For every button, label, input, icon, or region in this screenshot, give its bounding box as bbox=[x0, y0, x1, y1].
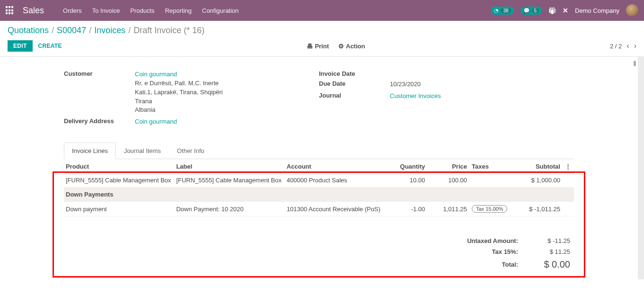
form-right: Invoice Date Due Date 10/23/2020 Journal… bbox=[319, 70, 574, 129]
cell-product: [FURN_5555] Cable Management Box bbox=[64, 173, 174, 188]
cell-account: 101300 Account Receivable (PoS) bbox=[285, 202, 386, 216]
gift-icon[interactable] bbox=[548, 7, 556, 14]
tax-value: $ 11.25 bbox=[528, 248, 570, 255]
total-label: Total: bbox=[502, 261, 518, 268]
th-quantity[interactable]: Quantity bbox=[386, 159, 428, 173]
delivery-label: Delivery Address bbox=[64, 117, 135, 126]
form-sheet: Customer Coin gourmand Rr. e Durrësit, P… bbox=[53, 57, 585, 279]
bc-current: Draft Invoice (* 16) bbox=[133, 26, 204, 36]
bc-sep: / bbox=[89, 26, 91, 36]
nav-configuration[interactable]: Configuration bbox=[202, 7, 238, 14]
totals: Untaxed Amount: $ -11.25 Tax 15%: $ 11.2… bbox=[64, 235, 574, 272]
gear-icon bbox=[338, 43, 344, 50]
cell-price: 100.00 bbox=[428, 173, 470, 188]
company-name[interactable]: Demo Company bbox=[575, 7, 619, 14]
nav-reporting[interactable]: Reporting bbox=[165, 7, 192, 14]
form-columns: Customer Coin gourmand Rr. e Durrësit, P… bbox=[53, 70, 585, 129]
customer-link[interactable]: Coin gourmand bbox=[135, 71, 177, 78]
control-bar: Quotations / S00047 / Invoices / Draft I… bbox=[0, 21, 644, 36]
app-brand[interactable]: Sales bbox=[23, 6, 44, 16]
timer-badge: 38 bbox=[501, 8, 511, 13]
bc-invoices[interactable]: Invoices bbox=[94, 26, 125, 36]
cell-label: Down Payment: 10 2020 bbox=[174, 202, 284, 216]
breadcrumb: Quotations / S00047 / Invoices / Draft I… bbox=[8, 26, 636, 36]
tax-chip: Tax 15.00% bbox=[472, 205, 507, 213]
print-button[interactable]: Print bbox=[307, 43, 329, 50]
bc-order[interactable]: S00047 bbox=[57, 26, 86, 36]
sheet-wrap: Customer Coin gourmand Rr. e Durrësit, P… bbox=[0, 57, 644, 279]
table-wrap: Product Label Account Quantity Price Tax… bbox=[64, 159, 574, 272]
section-label: Down Payments bbox=[64, 188, 574, 202]
nav-links: Orders To Invoice Products Reporting Con… bbox=[63, 7, 238, 14]
th-account[interactable]: Account bbox=[285, 159, 386, 173]
th-subtotal[interactable]: Subtotal bbox=[516, 159, 563, 173]
create-button[interactable]: CREATE bbox=[38, 43, 62, 49]
th-product[interactable]: Product bbox=[64, 159, 174, 173]
bc-sep: / bbox=[128, 26, 131, 36]
duedate-label: Due Date bbox=[319, 80, 390, 89]
timer-pill[interactable]: 38 bbox=[491, 7, 513, 15]
nav-right: 38 5 Demo Company bbox=[491, 4, 638, 17]
tab-journal-items[interactable]: Journal Items bbox=[116, 143, 169, 159]
cell-account: 400000 Product Sales bbox=[285, 173, 386, 188]
row-spacer bbox=[563, 173, 574, 188]
th-price[interactable]: Price bbox=[428, 159, 470, 173]
cell-quantity: -1.00 bbox=[386, 202, 428, 216]
edit-button[interactable]: EDIT bbox=[8, 40, 33, 52]
cell-subtotal: $ -1,011.25 bbox=[516, 202, 563, 216]
cell-subtotal: $ 1,000.00 bbox=[516, 173, 563, 188]
action-label: Action bbox=[346, 43, 365, 50]
nav-to-invoice[interactable]: To Invoice bbox=[92, 7, 120, 14]
pager-text: 2 / 2 bbox=[610, 43, 622, 50]
untaxed-label: Untaxed Amount: bbox=[467, 237, 518, 244]
bc-sep: / bbox=[52, 26, 54, 36]
addr-line: Rr. e Durrësit, Pall. M.C. Inerte bbox=[135, 80, 219, 87]
action-button[interactable]: Action bbox=[338, 43, 365, 50]
invoice-lines-table: Product Label Account Quantity Price Tax… bbox=[64, 159, 574, 216]
addr-line: Albania bbox=[135, 106, 155, 113]
avatar[interactable] bbox=[626, 4, 638, 17]
customer-label: Customer bbox=[64, 70, 135, 115]
scrollbar-thumb[interactable] bbox=[634, 61, 636, 66]
table-row[interactable]: [FURN_5555] Cable Management Box[FURN_55… bbox=[64, 173, 574, 188]
pager-prev-icon[interactable] bbox=[626, 42, 629, 50]
pager: 2 / 2 bbox=[610, 42, 636, 50]
center-buttons: Print Action bbox=[307, 43, 365, 50]
cell-label: [FURN_5555] Cable Management Box bbox=[174, 173, 284, 188]
row-spacer bbox=[563, 202, 574, 216]
table-row[interactable]: Down Payments bbox=[64, 188, 574, 202]
tools-icon[interactable] bbox=[563, 7, 568, 14]
total-value: $ 0.00 bbox=[528, 259, 570, 270]
tab-invoice-lines[interactable]: Invoice Lines bbox=[64, 143, 116, 159]
cell-product: Down payment bbox=[64, 202, 174, 216]
chat-badge: 5 bbox=[532, 8, 539, 13]
untaxed-value: $ -11.25 bbox=[528, 237, 570, 244]
cell-tax bbox=[470, 173, 516, 188]
nav-products[interactable]: Products bbox=[130, 7, 154, 14]
duedate-value: 10/23/2020 bbox=[390, 80, 574, 89]
th-menu-icon[interactable]: ⋮ bbox=[563, 159, 574, 173]
invdate-label: Invoice Date bbox=[319, 70, 390, 77]
tab-other-info[interactable]: Other Info bbox=[169, 143, 212, 159]
apps-icon[interactable] bbox=[6, 6, 14, 15]
pager-next-icon[interactable] bbox=[634, 42, 636, 50]
delivery-link[interactable]: Coin gourmand bbox=[135, 118, 177, 125]
nav-orders[interactable]: Orders bbox=[63, 7, 82, 14]
tabs: Invoice Lines Journal Items Other Info bbox=[64, 143, 574, 159]
chat-pill[interactable]: 5 bbox=[520, 7, 542, 15]
journal-link[interactable]: Customer Invoices bbox=[390, 92, 441, 99]
th-taxes[interactable]: Taxes bbox=[470, 159, 516, 173]
addr-line: Kati.1, Laprakë, Tirana, Shqipëri bbox=[135, 89, 223, 96]
button-row: EDIT CREATE Print Action 2 / 2 bbox=[0, 36, 644, 57]
tax-label: Tax 15%: bbox=[492, 248, 518, 255]
form-left: Customer Coin gourmand Rr. e Durrësit, P… bbox=[64, 70, 319, 129]
print-label: Print bbox=[315, 43, 329, 50]
chat-icon bbox=[523, 8, 530, 14]
cell-tax: Tax 15.00% bbox=[470, 202, 516, 216]
invdate-value bbox=[390, 70, 574, 77]
clock-icon bbox=[494, 8, 499, 14]
th-label[interactable]: Label bbox=[174, 159, 284, 173]
table-row[interactable]: Down paymentDown Payment: 10 2020101300 … bbox=[64, 202, 574, 216]
bc-quotations[interactable]: Quotations bbox=[8, 26, 49, 36]
journal-label: Journal bbox=[319, 92, 390, 101]
